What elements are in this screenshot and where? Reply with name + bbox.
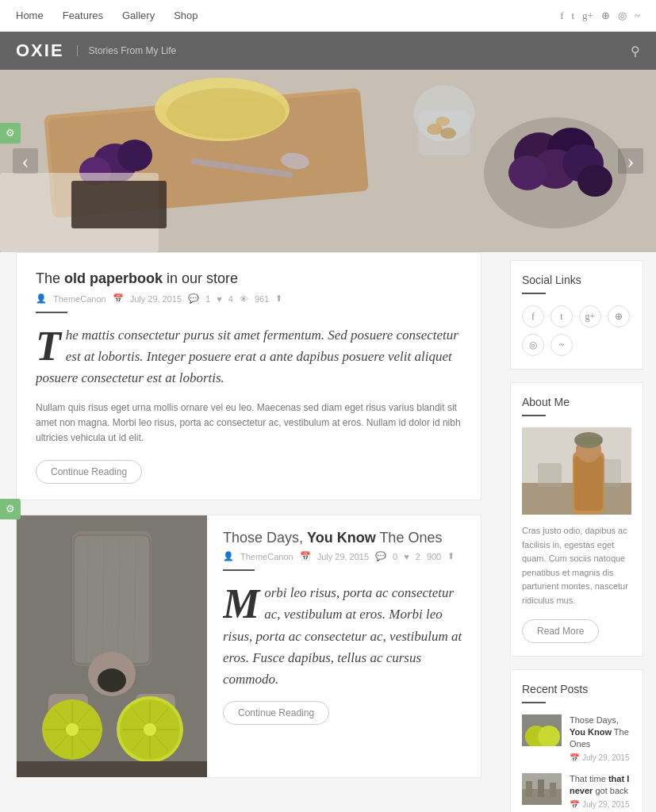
sidebar-rss-icon[interactable]: ~ — [551, 334, 573, 356]
recent-thumb-1-svg — [522, 714, 562, 746]
recent-post-1-date: 📅 July 29, 2015 — [570, 753, 631, 764]
svg-rect-26 — [74, 535, 150, 664]
sidebar-circle-icon[interactable]: ⊕ — [608, 305, 630, 327]
sidebar-facebook-icon[interactable]: f — [522, 305, 544, 327]
post-2-comment-icon: 💬 — [375, 551, 386, 561]
calendar-icon-2: 📅 — [570, 799, 579, 810]
recent-post-2-thumb — [522, 773, 562, 805]
post-1-divider — [36, 312, 67, 313]
social-links-divider — [522, 293, 546, 294]
gear-button-2[interactable]: ⚙ — [0, 499, 21, 519]
hero-section: ‹ › — [0, 70, 656, 252]
post-2-continue-btn[interactable]: Continue Reading — [223, 701, 329, 725]
about-portrait-svg — [522, 427, 631, 515]
about-read-more-btn[interactable]: Read More — [522, 619, 599, 643]
nav-features[interactable]: Features — [63, 10, 103, 21]
post-card-1: The old paperbook in our store 👤 ThemeCa… — [16, 252, 481, 500]
social-links-title: Social Links — [522, 274, 631, 286]
svg-point-48 — [144, 723, 156, 736]
post-1-eye-icon: 👁 — [240, 294, 248, 304]
post-1-comment-icon: 💬 — [188, 293, 199, 304]
post-2-image — [17, 515, 207, 777]
recent-posts-divider — [522, 702, 546, 703]
main-layout: The old paperbook in our store 👤 ThemeCa… — [0, 252, 656, 812]
gplus-icon[interactable]: g+ — [582, 10, 593, 22]
post-1-italic-text: he mattis consectetur purus sit amet fer… — [36, 327, 458, 385]
recent-post-1-text: Those Days, You Know The Ones 📅 July 29,… — [570, 714, 631, 764]
svg-rect-66 — [538, 779, 544, 797]
about-title: About Me — [522, 396, 631, 408]
circle-icon[interactable]: ⊕ — [601, 10, 610, 22]
post-1-continue-btn[interactable]: Continue Reading — [36, 460, 142, 484]
post-2-date: July 29, 2015 — [317, 552, 369, 561]
post-2-author: ThemeCanon — [240, 552, 293, 561]
post-1-date: July 29, 2015 — [130, 294, 182, 304]
post-2-cal-icon: 📅 — [300, 551, 311, 561]
sidebar-twitter-icon[interactable]: t — [551, 305, 573, 327]
post-1-title: The old paperbook in our store — [36, 270, 462, 287]
post-2-title: Those Days, You Know The Ones — [223, 530, 465, 546]
post-1-author: ThemeCanon — [53, 294, 106, 304]
recent-post-1-thumb — [522, 714, 562, 746]
post-2-svg — [17, 515, 207, 777]
about-divider — [522, 415, 546, 416]
twitter-icon[interactable]: t — [571, 10, 574, 22]
nav-shop[interactable]: Shop — [174, 10, 198, 21]
sidebar-github-icon[interactable]: ◎ — [522, 334, 544, 356]
facebook-icon[interactable]: f — [560, 10, 563, 22]
gear-button-1[interactable]: ⚙ — [0, 123, 21, 144]
post-2-comments: 0 — [393, 552, 397, 561]
svg-rect-53 — [538, 463, 562, 487]
brand-bar: OXIE Stories From My Life ⚲ — [0, 32, 656, 70]
post-1-heart-icon: ♥ — [217, 294, 222, 304]
post-2-title-post: The Ones — [376, 530, 443, 546]
recent-post-2-title: That time that I never got back — [570, 773, 631, 798]
post-1-views: 961 — [255, 294, 269, 304]
svg-rect-49 — [17, 761, 207, 777]
post-2-dropcap: M — [223, 587, 259, 622]
about-image — [522, 427, 631, 515]
post-2-heart-icon: ♥ — [404, 552, 409, 561]
recent-posts-title: Recent Posts — [522, 683, 631, 695]
post-2-excerpt-italic: Morbi leo risus, porta ac consectetur ac… — [223, 582, 465, 690]
post-2-photo — [17, 515, 207, 777]
svg-rect-56 — [574, 455, 603, 511]
hero-prev-button[interactable]: ‹ — [13, 148, 38, 174]
recent-post-2-text: That time that I never got back 📅 July 2… — [570, 773, 631, 810]
post-1-dropcap: T — [36, 329, 61, 364]
post-1-author-icon: 👤 — [36, 293, 47, 304]
post-2-meta: 👤 ThemeCanon 📅 July 29, 2015 💬 0 ♥ 2 900… — [223, 551, 465, 561]
post-1-comments: 1 — [205, 294, 210, 304]
post-2-title-pre: Those Days, — [223, 530, 307, 546]
about-widget: About Me — [510, 382, 643, 657]
social-icons-list: f t g+ ⊕ ◎ ~ — [522, 305, 631, 356]
top-nav: Home Features Gallery Shop f t g+ ⊕ ◎ ~ — [0, 0, 656, 32]
svg-rect-67 — [550, 783, 556, 797]
hero-overlay: ‹ › — [0, 70, 656, 252]
nav-home[interactable]: Home — [16, 10, 44, 21]
post-1-likes: 4 — [228, 294, 233, 304]
github-icon[interactable]: ◎ — [618, 10, 627, 22]
social-links-widget: Social Links f t g+ ⊕ ◎ ~ — [510, 260, 643, 370]
post-2-share-icon[interactable]: ⬆ — [447, 551, 455, 561]
svg-rect-59 — [576, 437, 601, 445]
brand-tagline: Stories From My Life — [77, 45, 177, 56]
recent-post-item-1: Those Days, You Know The Ones 📅 July 29,… — [522, 714, 631, 764]
search-icon[interactable]: ⚲ — [631, 44, 640, 59]
svg-point-41 — [66, 723, 79, 736]
rss-icon[interactable]: ~ — [635, 10, 640, 22]
recent-post-2-date: 📅 July 29, 2015 — [570, 799, 631, 810]
nav-gallery[interactable]: Gallery — [122, 10, 155, 21]
sidebar-gplus-icon[interactable]: g+ — [579, 305, 601, 327]
post-1-share-icon[interactable]: ⬆ — [275, 293, 282, 304]
post-1-meta: 👤 ThemeCanon 📅 July 29, 2015 💬 1 ♥ 4 👁 9… — [36, 293, 462, 304]
post-2-divider — [223, 569, 255, 571]
post-1-excerpt: Nullam quis risus eget urna mollis ornar… — [36, 400, 462, 446]
recent-post-item-2: That time that I never got back 📅 July 2… — [522, 773, 631, 810]
hero-next-button[interactable]: › — [618, 148, 643, 174]
post-1-title-bold: old paperbook — [64, 270, 163, 286]
post-2-likes: 2 — [416, 552, 420, 561]
brand-logo: OXIE — [16, 40, 64, 61]
content-area: The old paperbook in our store 👤 ThemeCa… — [0, 252, 497, 812]
post-2-views: 900 — [427, 552, 441, 561]
